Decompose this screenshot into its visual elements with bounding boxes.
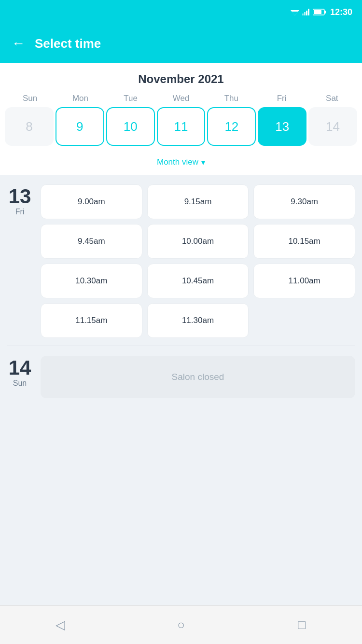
day-headers: Sun Mon Tue Wed Thu Fri Sat (0, 94, 362, 103)
time-slot-930am[interactable]: 9.30am (253, 184, 355, 219)
nav-bar: ◁ ○ □ (0, 605, 362, 644)
day-label-13: 13 Fri (7, 184, 33, 338)
day-header-wed: Wed (156, 94, 206, 103)
time-slot-1015am[interactable]: 10.15am (253, 224, 355, 259)
svg-rect-8 (314, 10, 321, 14)
day-number-14: 14 (9, 358, 31, 378)
month-view-toggle[interactable]: Month view ▾ (0, 154, 362, 175)
salon-closed-block: Salon closed (41, 356, 355, 398)
svg-rect-5 (308, 9, 309, 15)
status-time: 12:30 (330, 7, 352, 17)
signal-icon (302, 9, 310, 15)
back-nav-icon: ◁ (56, 617, 65, 632)
date-row: 8 9 10 11 12 13 14 (0, 107, 362, 146)
day-name-13: Fri (15, 208, 25, 216)
time-slot-1030am[interactable]: 10.30am (41, 264, 142, 298)
home-nav-icon: ○ (177, 617, 185, 632)
day-block-13: 13 Fri 9.00am 9.15am 9.30am 9.45am 10.00… (7, 184, 355, 338)
day-name-14: Sun (13, 379, 27, 388)
time-slots-grid-13: 9.00am 9.15am 9.30am 9.45am 10.00am 10.1… (41, 184, 355, 338)
date-14[interactable]: 14 (308, 107, 357, 146)
date-8[interactable]: 8 (5, 107, 54, 146)
month-view-label: Month view (157, 157, 198, 167)
salon-closed-message: Salon closed (41, 356, 355, 398)
day-header-tue: Tue (106, 94, 156, 103)
back-button[interactable]: ← (12, 37, 25, 50)
day-header-sun: Sun (5, 94, 55, 103)
time-slot-945am[interactable]: 9.45am (41, 224, 142, 259)
time-slot-1130am[interactable]: 11.30am (147, 303, 249, 338)
nav-home-button[interactable]: ○ (171, 616, 191, 635)
status-bar: 12:30 (0, 0, 362, 24)
day-label-14: 14 Sun (7, 356, 33, 398)
day-block-14: 14 Sun Salon closed (7, 356, 355, 398)
day-divider (7, 346, 355, 346)
month-label: November 2021 (0, 72, 362, 86)
app-title: Select time (35, 36, 101, 51)
date-13[interactable]: 13 (258, 107, 306, 146)
svg-rect-3 (304, 12, 306, 15)
time-slot-1000am[interactable]: 10.00am (147, 224, 249, 259)
time-slot-915am[interactable]: 9.15am (147, 184, 249, 219)
date-12[interactable]: 12 (207, 107, 256, 146)
battery-icon (313, 9, 326, 15)
day-header-sat: Sat (307, 94, 357, 103)
time-slot-1045am[interactable]: 10.45am (147, 264, 249, 298)
svg-rect-7 (324, 11, 326, 14)
day-header-mon: Mon (55, 94, 105, 103)
wifi-icon (291, 9, 299, 15)
nav-recent-button[interactable]: □ (292, 616, 311, 635)
date-9[interactable]: 9 (56, 107, 104, 146)
svg-marker-1 (292, 12, 298, 15)
svg-rect-2 (302, 14, 304, 15)
date-11[interactable]: 11 (157, 107, 206, 146)
chevron-down-icon: ▾ (201, 158, 205, 167)
nav-back-button[interactable]: ◁ (51, 616, 70, 635)
day-header-thu: Thu (206, 94, 256, 103)
recent-nav-icon: □ (298, 617, 306, 632)
time-slot-1115am[interactable]: 11.15am (41, 303, 142, 338)
time-slot-1100am[interactable]: 11.00am (253, 264, 355, 298)
svg-rect-4 (306, 11, 307, 15)
calendar-section: November 2021 Sun Mon Tue Wed Thu Fri Sa… (0, 63, 362, 175)
date-10[interactable]: 10 (106, 107, 155, 146)
day-number-13: 13 (9, 186, 31, 207)
main-content: 13 Fri 9.00am 9.15am 9.30am 9.45am 10.00… (0, 175, 362, 605)
day-header-fri: Fri (256, 94, 306, 103)
app-bar: ← Select time (0, 24, 362, 63)
time-slot-900am[interactable]: 9.00am (41, 184, 142, 219)
status-icons (291, 9, 326, 15)
